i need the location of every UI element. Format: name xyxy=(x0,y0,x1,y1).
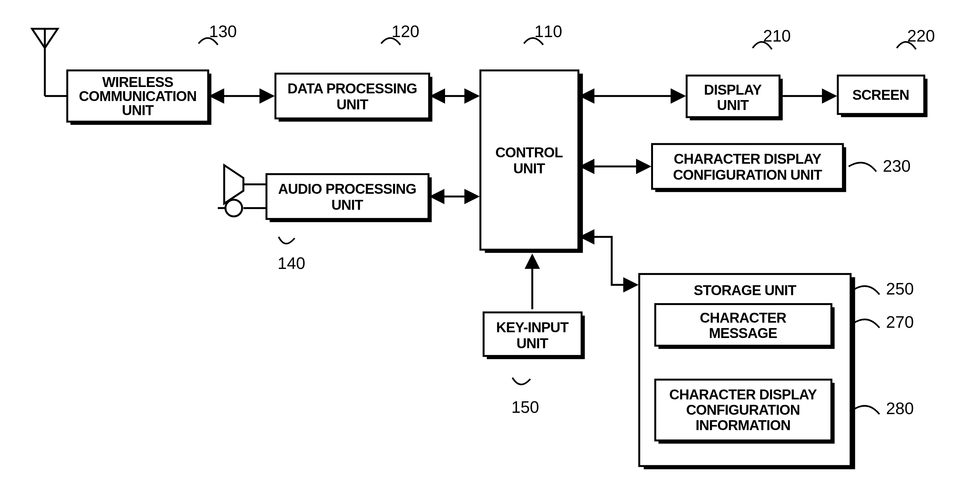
dataproc-ref: 120 xyxy=(391,22,420,41)
cdci-label-line1: CHARACTER DISPLAY xyxy=(669,387,817,402)
antenna-icon xyxy=(32,29,67,96)
control-label-line1: CONTROL xyxy=(495,144,563,160)
cdci-label-line2: CONFIGURATION xyxy=(686,402,800,417)
screen-label-line1: SCREEN xyxy=(852,87,909,103)
data-processing-unit-block: DATA PROCESSING UNIT xyxy=(275,73,432,122)
dataproc-label-line1: DATA PROCESSING xyxy=(288,81,417,96)
display-unit-block: DISPLAY UNIT xyxy=(687,75,783,120)
display-label-line2: UNIT xyxy=(717,97,749,113)
cmsg-label-line2: MESSAGE xyxy=(709,325,777,341)
character-message-block: CHARACTER MESSAGE xyxy=(655,304,835,349)
svg-point-10 xyxy=(226,200,242,216)
audio-ref: 140 xyxy=(277,254,305,273)
wireless-label-line2: COMMUNICATION xyxy=(79,88,197,104)
storage-ref: 250 xyxy=(886,279,914,298)
wireless-label-line3: UNIT xyxy=(122,102,154,118)
speaker-icon xyxy=(224,165,267,204)
display-ref: 210 xyxy=(763,27,791,45)
keyin-ref: 150 xyxy=(511,398,539,416)
character-display-config-unit-block: CHARACTER DISPLAY CONFIGURATION UNIT xyxy=(652,144,846,192)
audio-label-line1: AUDIO PROCESSING xyxy=(278,181,416,197)
screen-ref: 220 xyxy=(907,27,935,45)
control-unit-block: CONTROL UNIT xyxy=(480,70,582,253)
audio-label-line2: UNIT xyxy=(331,197,363,213)
cmsg-ref: 270 xyxy=(886,313,914,331)
control-label-line2: UNIT xyxy=(513,160,545,176)
wireless-ref: 130 xyxy=(209,22,237,41)
cdcu-label-line1: CHARACTER DISPLAY xyxy=(674,151,821,167)
storage-title: STORAGE UNIT xyxy=(694,282,796,298)
dataproc-label-line2: UNIT xyxy=(337,97,369,112)
wireless-label-line1: WIRELESS xyxy=(102,74,173,90)
cdci-ref: 280 xyxy=(886,399,914,417)
conn-control-storage xyxy=(582,237,636,285)
control-ref: 110 xyxy=(534,22,562,41)
cdcu-label-line2: CONFIGURATION UNIT xyxy=(673,167,822,182)
keyin-label-line1: KEY-INPUT xyxy=(496,319,569,335)
display-label-line1: DISPLAY xyxy=(704,82,762,98)
cdcu-ref: 230 xyxy=(883,157,911,175)
key-input-unit-block: KEY-INPUT UNIT xyxy=(484,313,585,359)
block-diagram: WIRELESS COMMUNICATION UNIT 130 DATA PRO… xyxy=(0,0,980,503)
character-display-config-info-block: CHARACTER DISPLAY CONFIGURATION INFORMAT… xyxy=(655,379,835,444)
cdci-label-line3: INFORMATION xyxy=(695,417,790,433)
cmsg-label-line1: CHARACTER xyxy=(700,310,786,325)
screen-block: SCREEN xyxy=(838,75,928,117)
wireless-communication-unit-block: WIRELESS COMMUNICATION UNIT xyxy=(67,70,211,125)
keyin-label-line2: UNIT xyxy=(516,335,548,351)
audio-processing-unit-block: AUDIO PROCESSING UNIT xyxy=(267,174,432,222)
